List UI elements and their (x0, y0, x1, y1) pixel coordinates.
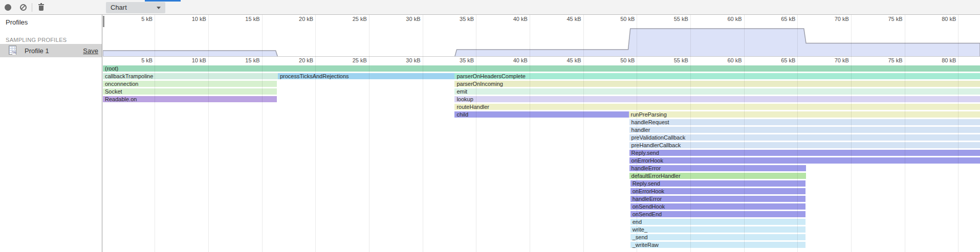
flame-bar-emit[interactable]: emit (454, 88, 980, 95)
tick-label-35kb: 35 kB (444, 57, 474, 63)
flame-bar-parseronincoming[interactable]: parserOnIncoming (454, 81, 980, 87)
clear-all-icon[interactable] (17, 0, 29, 15)
overview-usage-shape-2 (454, 29, 980, 56)
overview-area-chart (103, 15, 980, 56)
active-tab-indicator (145, 0, 181, 2)
chevron-down-icon (157, 7, 161, 9)
tick-label-50kb: 50 kB (605, 57, 635, 63)
flame-bar-onerrorhook[interactable]: onErrorHook (629, 157, 980, 164)
record-icon[interactable] (2, 0, 14, 15)
flame-chart-pane: 5 kB10 kB15 kB20 kB25 kB30 kB35 kB40 kB4… (103, 15, 980, 252)
flame-bar-reply.send[interactable]: Reply.send (629, 150, 980, 156)
view-mode-select[interactable]: Chart (106, 2, 165, 13)
tick-label-80kb: 80 kB (926, 57, 956, 63)
flame-bar-lookup[interactable]: lookup (454, 96, 980, 102)
tick-label-5kb: 5 kB (123, 57, 153, 63)
overview-resize-handle[interactable] (103, 16, 104, 27)
profile-list-item[interactable]: % Profile 1 Save (0, 44, 102, 57)
toolbar: Chart (0, 0, 980, 15)
flame-bar-write_[interactable]: write_ (630, 226, 805, 233)
tick-label-20kb: 20 kB (284, 57, 313, 63)
tick-label-70kb: 70 kB (819, 57, 849, 63)
flame-bar-routehandler[interactable]: routeHandler (454, 104, 980, 110)
flame-bar-handler[interactable]: handler (629, 127, 980, 133)
flame-bar-handleerror[interactable]: handleError (630, 196, 805, 202)
flame-bar-handlerequest[interactable]: handleRequest (629, 119, 980, 125)
flame-bar-_send[interactable]: _send (630, 234, 805, 240)
tick-label-75kb: 75 kB (873, 57, 903, 63)
flame-bar-child[interactable]: child (454, 111, 628, 118)
tick-label-10kb: 10 kB (177, 57, 206, 63)
profiler-panel: Chart Profiles SAMPLING PROFILES % Profi… (0, 0, 980, 252)
flame-bar-root[interactable]: (root) (103, 65, 980, 72)
tick-label-45kb: 45 kB (552, 57, 581, 63)
flame-bar-handleerror[interactable]: handleError (629, 165, 806, 171)
flame-bar-prehandlercallback[interactable]: preHandlerCallback (629, 142, 980, 148)
tick-label-30kb: 30 kB (391, 57, 421, 63)
sampling-profiles-section-label: SAMPLING PROFILES (6, 37, 67, 43)
flame-bar-reply.send[interactable]: Reply.send (630, 180, 805, 187)
delete-profile-icon[interactable] (35, 0, 47, 15)
tick-label-25kb: 25 kB (337, 57, 367, 63)
flame-bar-processticksandrejections[interactable]: processTicksAndRejections (278, 73, 454, 79)
trash-lid (38, 4, 44, 5)
toolbar-divider (32, 3, 32, 12)
flame-bar-parseronheaderscomplete[interactable]: parserOnHeadersComplete (454, 73, 980, 79)
profile-name: Profile 1 (25, 47, 49, 55)
sidebar-title: Profiles (6, 18, 28, 26)
profiles-sidebar: Profiles SAMPLING PROFILES % Profile 1 S… (0, 15, 102, 252)
tick-label-40kb: 40 kB (498, 57, 528, 63)
tick-label-55kb: 55 kB (659, 57, 688, 63)
overview-usage-shape-1 (103, 51, 278, 56)
profile-document-icon: % (9, 45, 16, 55)
flame-bar-onsendhook[interactable]: onSendHook (630, 203, 805, 210)
tick-label-15kb: 15 kB (230, 57, 260, 63)
record-dot (5, 4, 11, 11)
memory-overview-pane[interactable] (103, 15, 980, 57)
tick-label-60kb: 60 kB (712, 57, 742, 63)
flame-bar-readable.on[interactable]: Readable.on (103, 96, 277, 102)
flame-bar-prevalidationcallback[interactable]: preValidationCallback (629, 134, 980, 141)
flame-bar-defaulterrorhandler[interactable]: defaultErrorHandler (629, 173, 806, 179)
trash-body (39, 6, 43, 11)
flame-bar-onconnection[interactable]: onconnection (103, 81, 277, 87)
tick-label-65kb: 65 kB (766, 57, 795, 63)
save-profile-link[interactable]: Save (83, 47, 98, 55)
flame-bar-onsendend[interactable]: onSendEnd (630, 211, 805, 217)
flame-bar-callbacktrampoline[interactable]: callbackTrampoline (103, 73, 278, 79)
flame-bar-end[interactable]: end (630, 219, 805, 225)
flame-bar-runpreparsing[interactable]: runPreParsing (629, 111, 980, 118)
flame-bar-_writeraw[interactable]: _writeRaw (630, 242, 805, 248)
flame-bar-socket[interactable]: Socket (103, 88, 277, 95)
flame-bar-onerrorhook[interactable]: onErrorHook (630, 188, 805, 194)
